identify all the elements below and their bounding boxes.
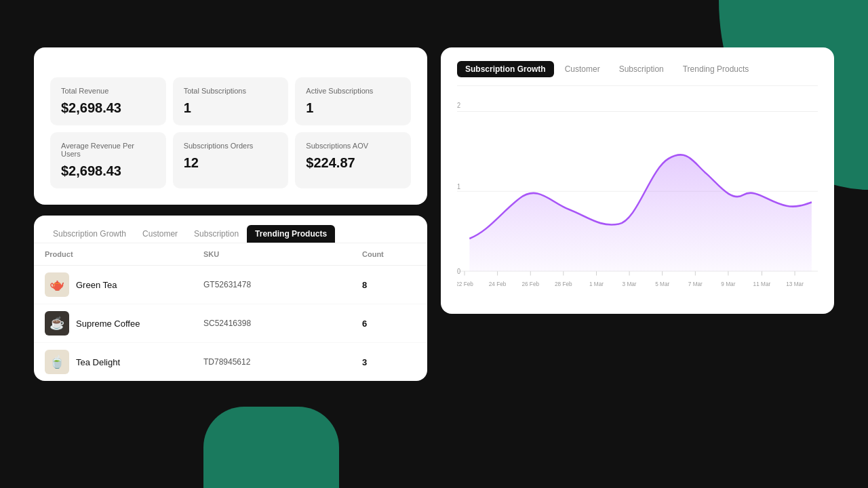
metric-value: $2,698.43 — [61, 163, 155, 179]
svg-text:13 Mar: 13 Mar — [786, 280, 804, 287]
bg-decoration-bottom-left — [203, 407, 339, 488]
table-tab[interactable]: Trending Products — [247, 225, 335, 243]
chart-tab[interactable]: Subscription — [611, 61, 672, 77]
product-count: 6 — [362, 319, 416, 329]
product-sku: SC52416398 — [203, 319, 362, 328]
metric-value: $224.87 — [306, 155, 400, 171]
product-thumbnail: 🍵 — [45, 350, 69, 374]
metric-box: Average Revenue Per Users $2,698.43 — [50, 132, 166, 188]
chart-tabs: Subscription GrowthCustomerSubscriptionT… — [457, 61, 818, 86]
product-cell: ☕ Supreme Coffee — [45, 311, 203, 336]
table-body: 🫖 Green Tea GT52631478 8 ☕ Supreme Coffe… — [34, 266, 427, 381]
svg-text:28 Feb: 28 Feb — [555, 280, 572, 287]
svg-text:5 Mar: 5 Mar — [655, 280, 669, 287]
product-sku: GT52631478 — [203, 280, 362, 289]
product-cell: 🍵 Tea Delight — [45, 350, 203, 374]
metric-box: Active Subscriptions 1 — [295, 77, 411, 125]
subscription-growth-chart: 2 1 0 22 Fe — [457, 97, 818, 300]
table-row: 🍵 Tea Delight TD78945612 3 — [34, 343, 427, 381]
table-row: 🫖 Green Tea GT52631478 8 — [34, 266, 427, 304]
metrics-grid: Total Revenue $2,698.43 Total Subscripti… — [50, 77, 411, 188]
chart-tab[interactable]: Trending Products — [675, 61, 757, 77]
metric-box: Subscriptions AOV $224.87 — [295, 132, 411, 188]
product-name: Tea Delight — [76, 357, 120, 367]
svg-text:26 Feb: 26 Feb — [521, 280, 539, 287]
metric-value: 12 — [184, 155, 278, 171]
svg-text:7 Mar: 7 Mar — [688, 280, 703, 287]
product-count: 8 — [362, 280, 416, 290]
metric-label: Subscriptions AOV — [306, 142, 400, 150]
metric-label: Total Revenue — [61, 87, 155, 95]
table-tab[interactable]: Subscription Growth — [45, 225, 134, 243]
metric-value: 1 — [184, 100, 278, 116]
chart-card: Subscription GrowthCustomerSubscriptionT… — [441, 47, 834, 314]
product-name: Supreme Coffee — [76, 319, 140, 329]
table-tab[interactable]: Customer — [134, 225, 186, 243]
chart-tab[interactable]: Customer — [557, 61, 608, 77]
analytics-card: Total Revenue $2,698.43 Total Subscripti… — [34, 47, 427, 205]
svg-text:1: 1 — [457, 182, 461, 190]
metric-label: Active Subscriptions — [306, 87, 400, 95]
table-header-cell: SKU — [203, 250, 362, 258]
product-thumbnail: ☕ — [45, 311, 69, 336]
chart-tab[interactable]: Subscription Growth — [457, 61, 554, 77]
product-thumbnail: 🫖 — [45, 272, 69, 297]
metric-box: Subscriptions Orders 12 — [173, 132, 289, 188]
chart-area: 2 1 0 22 Fe — [457, 97, 818, 300]
table-header-cell: Product — [45, 250, 203, 258]
table-header-cell: Count — [362, 250, 416, 258]
table-tab[interactable]: Subscription — [186, 225, 247, 243]
metric-box: Total Subscriptions 1 — [173, 77, 289, 125]
table-card: Subscription GrowthCustomerSubscriptionT… — [34, 216, 427, 381]
svg-text:9 Mar: 9 Mar — [721, 280, 735, 287]
svg-text:1 Mar: 1 Mar — [589, 280, 604, 287]
table-header: ProductSKUCount — [34, 243, 427, 266]
svg-text:24 Feb: 24 Feb — [489, 280, 507, 287]
metric-value: $2,698.43 — [61, 100, 155, 116]
product-cell: 🫖 Green Tea — [45, 272, 203, 297]
svg-text:11 Mar: 11 Mar — [753, 280, 771, 287]
table-row: ☕ Supreme Coffee SC52416398 6 — [34, 304, 427, 343]
svg-text:2: 2 — [457, 101, 461, 109]
product-sku: TD78945612 — [203, 357, 362, 367]
metric-box: Total Revenue $2,698.43 — [50, 77, 166, 125]
metric-label: Total Subscriptions — [184, 87, 278, 95]
metric-value: 1 — [306, 100, 400, 116]
metric-label: Average Revenue Per Users — [61, 142, 155, 158]
product-name: Green Tea — [76, 280, 117, 290]
svg-text:22 Feb: 22 Feb — [457, 280, 473, 287]
metric-label: Subscriptions Orders — [184, 142, 278, 150]
table-tabs: Subscription GrowthCustomerSubscriptionT… — [34, 216, 427, 243]
product-count: 3 — [362, 357, 416, 367]
svg-text:3 Mar: 3 Mar — [623, 280, 637, 287]
svg-text:0: 0 — [457, 268, 461, 276]
